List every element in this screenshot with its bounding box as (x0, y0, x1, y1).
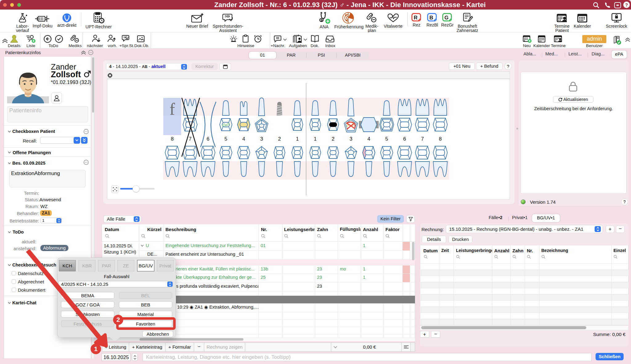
svg-text:f: f (169, 100, 175, 118)
svg-text:7: 7 (189, 136, 191, 142)
svg-text:1: 1 (314, 136, 316, 142)
svg-text:1: 1 (296, 136, 299, 142)
svg-text:4: 4 (367, 136, 370, 142)
svg-text:3: 3 (349, 136, 352, 142)
svg-text:8: 8 (171, 136, 173, 142)
svg-text:B: B (429, 15, 433, 21)
svg-text:7: 7 (421, 136, 424, 142)
svg-text:6: 6 (403, 136, 406, 142)
svg-text:UPT: UPT (96, 13, 100, 15)
svg-text:G: G (444, 15, 448, 21)
svg-text:5: 5 (224, 136, 227, 142)
svg-text:5: 5 (385, 136, 388, 142)
svg-text:4: 4 (242, 136, 245, 142)
svg-text:R: R (414, 15, 417, 21)
svg-text:2: 2 (278, 136, 281, 142)
svg-text:3: 3 (260, 136, 263, 142)
svg-text:8: 8 (439, 136, 442, 142)
svg-text:2: 2 (332, 136, 334, 142)
svg-text:6: 6 (206, 136, 209, 142)
